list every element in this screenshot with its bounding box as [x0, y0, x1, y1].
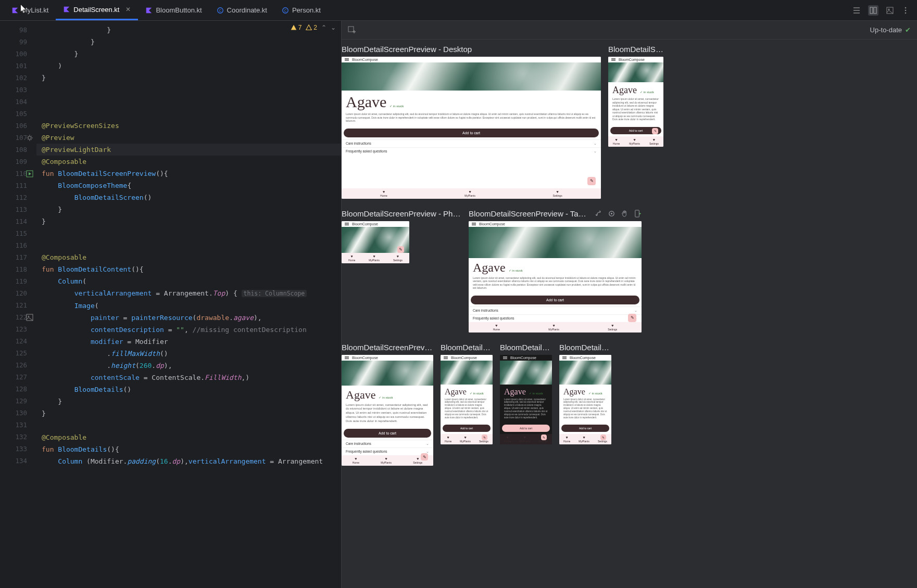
nav-item[interactable]: ♥MyPlants	[381, 457, 392, 464]
nav-item[interactable]: ♥MyPlants	[519, 436, 530, 443]
line-number[interactable]: 106	[0, 120, 36, 132]
preview-card[interactable]: BloomCompose ✎ ♥Home♥MyPlants♥Settings	[342, 221, 409, 263]
hamburger-icon[interactable]	[345, 58, 349, 61]
nav-item[interactable]: ♥MyPlants	[460, 436, 471, 443]
line-number[interactable]: 117	[0, 251, 36, 263]
line-number[interactable]: 113	[0, 203, 36, 215]
edit-fab[interactable]: ✎	[600, 434, 606, 440]
line-number[interactable]: 112	[0, 191, 36, 203]
hamburger-icon[interactable]	[444, 356, 448, 359]
nav-item[interactable]: ♥Home	[348, 254, 355, 262]
hamburger-icon[interactable]	[345, 223, 349, 225]
add-to-cart-button[interactable]: Add to cart	[502, 425, 550, 432]
line-number[interactable]: 109	[0, 156, 36, 168]
line-number[interactable]: 133	[0, 443, 36, 455]
chevron-up-icon[interactable]: ⌃	[321, 24, 326, 31]
more-icon[interactable]	[901, 5, 910, 16]
tab-mylist[interactable]: MyList.kt	[4, 0, 56, 20]
hamburger-icon[interactable]	[562, 356, 567, 359]
warning-indicator[interactable]: 7	[291, 24, 302, 31]
tab-bloombutton[interactable]: BloomButton.kt	[138, 0, 209, 20]
deploy-icon[interactable]	[634, 210, 642, 218]
line-number[interactable]: 98	[0, 24, 36, 36]
nav-item[interactable]: ♥Settings	[649, 138, 659, 145]
line-number[interactable]: 134	[0, 455, 36, 467]
hand-icon[interactable]	[621, 210, 629, 218]
nav-item[interactable]: ♥Home	[504, 436, 511, 443]
hamburger-icon[interactable]	[472, 223, 476, 225]
edit-fab[interactable]: ✎	[587, 177, 596, 185]
chevron-down-icon[interactable]: ⌄	[331, 24, 336, 31]
list-view-icon[interactable]	[852, 5, 861, 16]
nav-item[interactable]: ♥Settings	[608, 324, 617, 331]
line-number[interactable]: 128	[0, 383, 36, 395]
edit-fab[interactable]: ✎	[628, 314, 636, 322]
line-number[interactable]: 130	[0, 407, 36, 419]
add-to-cart-button[interactable]: Add to cart	[471, 296, 639, 304]
nav-item[interactable]: ♥Settings	[553, 190, 562, 197]
preview-canvas[interactable]: BloomDetailScreenPreview - Desktop Bloom…	[342, 40, 917, 588]
line-number[interactable]: 115	[0, 227, 36, 239]
tab-detailscreen[interactable]: DetailScreen.kt ✕	[56, 0, 138, 20]
preview-card[interactable]: BloomCompose Agavein stock Lorem ipsum d…	[441, 355, 493, 445]
line-number[interactable]: 131	[0, 419, 36, 431]
edit-fab[interactable]: ✎	[421, 453, 428, 461]
line-number-gutter[interactable]: 9899100101102103104105106107108109110111…	[0, 21, 36, 588]
line-number[interactable]: 102	[0, 72, 36, 84]
inspections-summary[interactable]: 7 2 ⌃ ⌄	[291, 24, 336, 31]
line-number[interactable]: 120	[0, 287, 36, 299]
line-number[interactable]: 110	[0, 168, 36, 180]
preview-card[interactable]: BloomCompose Agavein stock Lorem ipsum d…	[559, 355, 611, 445]
preview-card[interactable]: BloomCompose Agavein stock Lorem ipsum d…	[500, 355, 552, 445]
design-view-icon[interactable]	[886, 5, 894, 16]
line-number[interactable]: 103	[0, 84, 36, 96]
edit-fab[interactable]: ✎	[482, 434, 487, 440]
preview-card[interactable]: BloomCompose Agavein stock Lorem ipsum d…	[469, 221, 642, 333]
line-number[interactable]: 111	[0, 180, 36, 191]
line-number[interactable]: 104	[0, 96, 36, 108]
image-gutter-icon[interactable]	[26, 313, 33, 320]
run-gutter-icon[interactable]	[26, 169, 33, 176]
nav-item[interactable]: ♥MyPlants	[464, 190, 475, 197]
line-number[interactable]: 122	[0, 311, 36, 323]
nav-item[interactable]: ♥MyPlants	[548, 324, 559, 331]
line-number[interactable]: 127	[0, 371, 36, 383]
hamburger-icon[interactable]	[345, 356, 349, 359]
care-section[interactable]: Care instructions	[469, 306, 642, 314]
line-number[interactable]: 126	[0, 359, 36, 371]
add-to-cart-button[interactable]: Add to cart	[561, 425, 609, 432]
nav-item[interactable]: ♥Home	[445, 436, 451, 443]
preview-card[interactable]: BloomCompose Agavein stock Lorem ipsum d…	[342, 57, 601, 199]
nav-item[interactable]: ♥Settings	[393, 254, 403, 262]
line-number[interactable]: 100	[0, 48, 36, 60]
preview-card[interactable]: BloomCompose Agavein stock Lorem ipsum d…	[608, 57, 663, 147]
add-to-cart-button[interactable]: Add to cart	[344, 429, 431, 438]
care-section[interactable]: Care instructions	[342, 440, 433, 448]
nav-item[interactable]: ♥Home	[353, 457, 359, 464]
add-preview-icon[interactable]	[348, 26, 356, 34]
nav-item[interactable]: ♥Home	[493, 324, 500, 331]
line-number[interactable]: 129	[0, 395, 36, 407]
close-icon[interactable]: ✕	[125, 6, 131, 13]
add-to-cart-button[interactable]: Add to cart	[344, 129, 599, 137]
tab-person[interactable]: C Person.kt	[274, 0, 328, 20]
line-number[interactable]: 107	[0, 132, 36, 144]
split-view-icon[interactable]	[868, 5, 878, 16]
nav-item[interactable]: ♥MyPlants	[629, 138, 640, 145]
line-number[interactable]: 101	[0, 60, 36, 72]
nav-item[interactable]: ♥MyPlants	[369, 254, 380, 262]
nav-item[interactable]: ♥Home	[613, 138, 620, 145]
line-number[interactable]: 123	[0, 323, 36, 335]
line-number[interactable]: 118	[0, 263, 36, 275]
nav-item[interactable]: ♥Home	[380, 190, 387, 197]
nav-item[interactable]: ♥MyPlants	[579, 436, 589, 443]
line-number[interactable]: 99	[0, 36, 36, 48]
edit-fab[interactable]: ✎	[397, 246, 404, 253]
faq-section[interactable]: Frequently asked questions	[342, 147, 601, 155]
edit-fab[interactable]: ✎	[541, 434, 547, 440]
preview-card[interactable]: BloomCompose Agavein stock Lorem ipsum d…	[342, 355, 433, 466]
animation-icon[interactable]	[595, 210, 602, 218]
line-number[interactable]: 124	[0, 335, 36, 347]
faq-section[interactable]: Frequently asked questions	[342, 448, 433, 455]
hamburger-icon[interactable]	[503, 356, 507, 359]
